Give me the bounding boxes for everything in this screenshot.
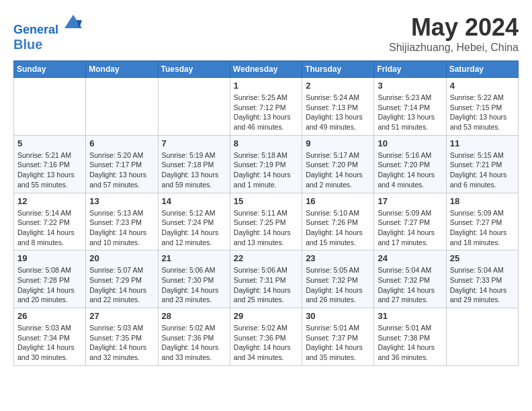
- calendar-cell: 9Sunrise: 5:17 AM Sunset: 7:20 PM Daylig…: [302, 135, 374, 193]
- day-number: 29: [234, 311, 298, 321]
- day-info: Sunrise: 5:10 AM Sunset: 7:26 PM Dayligh…: [306, 208, 370, 248]
- day-number: 21: [162, 253, 226, 263]
- calendar-cell: 24Sunrise: 5:04 AM Sunset: 7:32 PM Dayli…: [374, 250, 446, 308]
- day-number: 20: [89, 253, 154, 263]
- calendar-cell: [14, 78, 86, 136]
- day-info: Sunrise: 5:14 AM Sunset: 7:22 PM Dayligh…: [17, 208, 82, 248]
- calendar-cell: 3Sunrise: 5:23 AM Sunset: 7:14 PM Daylig…: [374, 78, 446, 136]
- calendar-cell: 17Sunrise: 5:09 AM Sunset: 7:27 PM Dayli…: [374, 193, 446, 250]
- day-info: Sunrise: 5:02 AM Sunset: 7:36 PM Dayligh…: [234, 323, 298, 363]
- day-number: 16: [306, 196, 370, 206]
- calendar-cell: 5Sunrise: 5:21 AM Sunset: 7:16 PM Daylig…: [14, 135, 86, 193]
- day-number: 26: [17, 311, 82, 321]
- calendar-cell: 18Sunrise: 5:09 AM Sunset: 7:27 PM Dayli…: [446, 193, 518, 250]
- day-number: 3: [378, 81, 442, 91]
- calendar-header-row: SundayMondayTuesdayWednesdayThursdayFrid…: [14, 61, 519, 78]
- day-info: Sunrise: 5:19 AM Sunset: 7:18 PM Dayligh…: [162, 150, 226, 190]
- calendar-cell: 11Sunrise: 5:15 AM Sunset: 7:21 PM Dayli…: [446, 135, 518, 193]
- calendar-cell: 6Sunrise: 5:20 AM Sunset: 7:17 PM Daylig…: [86, 135, 158, 193]
- day-info: Sunrise: 5:01 AM Sunset: 7:37 PM Dayligh…: [306, 323, 370, 363]
- weekday-header: Tuesday: [158, 61, 230, 78]
- calendar-cell: 19Sunrise: 5:08 AM Sunset: 7:28 PM Dayli…: [14, 250, 86, 308]
- calendar-cell: 4Sunrise: 5:22 AM Sunset: 7:15 PM Daylig…: [446, 78, 518, 136]
- day-info: Sunrise: 5:04 AM Sunset: 7:33 PM Dayligh…: [450, 265, 515, 305]
- day-number: 7: [162, 138, 226, 148]
- day-number: 17: [378, 196, 442, 206]
- day-number: 5: [17, 138, 82, 148]
- day-info: Sunrise: 5:12 AM Sunset: 7:24 PM Dayligh…: [162, 208, 226, 248]
- day-info: Sunrise: 5:22 AM Sunset: 7:15 PM Dayligh…: [450, 93, 515, 132]
- calendar-week-row: 19Sunrise: 5:08 AM Sunset: 7:28 PM Dayli…: [14, 250, 519, 308]
- day-number: 25: [450, 253, 515, 263]
- day-number: 6: [89, 138, 154, 148]
- day-number: 15: [234, 196, 298, 206]
- weekday-header: Wednesday: [230, 61, 302, 78]
- day-info: Sunrise: 5:17 AM Sunset: 7:20 PM Dayligh…: [306, 150, 370, 190]
- day-info: Sunrise: 5:11 AM Sunset: 7:25 PM Dayligh…: [234, 208, 298, 248]
- day-number: 22: [234, 253, 298, 263]
- month-title: May 2024: [389, 13, 519, 42]
- day-number: 1: [234, 81, 298, 91]
- calendar-cell: 10Sunrise: 5:16 AM Sunset: 7:20 PM Dayli…: [374, 135, 446, 193]
- calendar-cell: 16Sunrise: 5:10 AM Sunset: 7:26 PM Dayli…: [302, 193, 374, 250]
- calendar-cell: 20Sunrise: 5:07 AM Sunset: 7:29 PM Dayli…: [86, 250, 158, 308]
- day-number: 9: [306, 138, 370, 148]
- day-info: Sunrise: 5:18 AM Sunset: 7:19 PM Dayligh…: [234, 150, 298, 190]
- calendar-cell: 13Sunrise: 5:13 AM Sunset: 7:23 PM Dayli…: [86, 193, 158, 250]
- logo-blue-text: Blue: [13, 37, 83, 52]
- day-info: Sunrise: 5:03 AM Sunset: 7:34 PM Dayligh…: [17, 323, 82, 363]
- calendar-cell: [86, 78, 158, 136]
- day-number: 18: [450, 196, 515, 206]
- logo: General Blue: [13, 13, 83, 52]
- day-number: 13: [89, 196, 154, 206]
- calendar-cell: 8Sunrise: 5:18 AM Sunset: 7:19 PM Daylig…: [230, 135, 302, 193]
- day-info: Sunrise: 5:15 AM Sunset: 7:21 PM Dayligh…: [450, 150, 515, 190]
- day-number: 10: [378, 138, 442, 148]
- calendar-table: SundayMondayTuesdayWednesdayThursdayFrid…: [13, 60, 519, 366]
- day-info: Sunrise: 5:24 AM Sunset: 7:13 PM Dayligh…: [306, 93, 370, 132]
- day-info: Sunrise: 5:03 AM Sunset: 7:35 PM Dayligh…: [89, 323, 154, 363]
- calendar-week-row: 1Sunrise: 5:25 AM Sunset: 7:12 PM Daylig…: [14, 78, 519, 136]
- day-info: Sunrise: 5:16 AM Sunset: 7:20 PM Dayligh…: [378, 150, 442, 190]
- day-number: 2: [306, 81, 370, 91]
- day-number: 4: [450, 81, 515, 91]
- logo-text: General: [13, 13, 83, 37]
- weekday-header: Friday: [374, 61, 446, 78]
- day-info: Sunrise: 5:05 AM Sunset: 7:32 PM Dayligh…: [306, 265, 370, 305]
- day-number: 19: [17, 253, 82, 263]
- day-info: Sunrise: 5:02 AM Sunset: 7:36 PM Dayligh…: [162, 323, 226, 363]
- calendar-cell: 21Sunrise: 5:06 AM Sunset: 7:30 PM Dayli…: [158, 250, 230, 308]
- weekday-header: Thursday: [302, 61, 374, 78]
- day-number: 11: [450, 138, 515, 148]
- calendar-week-row: 5Sunrise: 5:21 AM Sunset: 7:16 PM Daylig…: [14, 135, 519, 193]
- calendar-cell: 27Sunrise: 5:03 AM Sunset: 7:35 PM Dayli…: [86, 308, 158, 366]
- day-number: 27: [89, 311, 154, 321]
- day-number: 8: [234, 138, 298, 148]
- day-number: 24: [378, 253, 442, 263]
- day-info: Sunrise: 5:09 AM Sunset: 7:27 PM Dayligh…: [378, 208, 442, 248]
- calendar-cell: 26Sunrise: 5:03 AM Sunset: 7:34 PM Dayli…: [14, 308, 86, 366]
- day-info: Sunrise: 5:20 AM Sunset: 7:17 PM Dayligh…: [89, 150, 154, 190]
- calendar-cell: 14Sunrise: 5:12 AM Sunset: 7:24 PM Dayli…: [158, 193, 230, 250]
- day-info: Sunrise: 5:08 AM Sunset: 7:28 PM Dayligh…: [17, 265, 82, 305]
- title-block: May 2024 Shijiazhuang, Hebei, China: [389, 13, 519, 54]
- location-title: Shijiazhuang, Hebei, China: [389, 42, 519, 54]
- calendar-cell: 28Sunrise: 5:02 AM Sunset: 7:36 PM Dayli…: [158, 308, 230, 366]
- logo-icon: [63, 13, 83, 34]
- calendar-cell: 31Sunrise: 5:01 AM Sunset: 7:38 PM Dayli…: [374, 308, 446, 366]
- calendar-cell: 23Sunrise: 5:05 AM Sunset: 7:32 PM Dayli…: [302, 250, 374, 308]
- day-number: 12: [17, 196, 82, 206]
- day-info: Sunrise: 5:04 AM Sunset: 7:32 PM Dayligh…: [378, 265, 442, 305]
- weekday-header: Sunday: [14, 61, 86, 78]
- day-info: Sunrise: 5:21 AM Sunset: 7:16 PM Dayligh…: [17, 150, 82, 190]
- calendar-cell: 15Sunrise: 5:11 AM Sunset: 7:25 PM Dayli…: [230, 193, 302, 250]
- calendar-cell: [446, 308, 518, 366]
- calendar-cell: 12Sunrise: 5:14 AM Sunset: 7:22 PM Dayli…: [14, 193, 86, 250]
- day-number: 23: [306, 253, 370, 263]
- calendar-cell: 29Sunrise: 5:02 AM Sunset: 7:36 PM Dayli…: [230, 308, 302, 366]
- day-info: Sunrise: 5:25 AM Sunset: 7:12 PM Dayligh…: [234, 93, 298, 132]
- day-info: Sunrise: 5:01 AM Sunset: 7:38 PM Dayligh…: [378, 323, 442, 363]
- calendar-cell: [158, 78, 230, 136]
- weekday-header: Saturday: [446, 61, 518, 78]
- calendar-cell: 7Sunrise: 5:19 AM Sunset: 7:18 PM Daylig…: [158, 135, 230, 193]
